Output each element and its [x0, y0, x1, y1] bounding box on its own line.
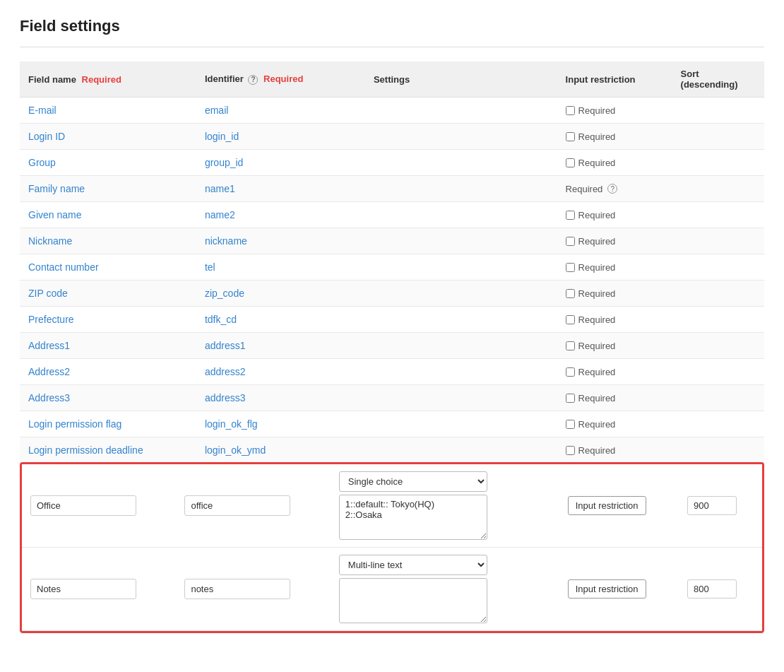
field-name-cell: E-mail	[20, 98, 196, 124]
sort-input[interactable]	[687, 496, 737, 515]
required-checkbox-label[interactable]: Required	[566, 236, 664, 247]
custom-field-name-cell	[22, 548, 176, 631]
settings-cell	[365, 202, 557, 228]
custom-spacer-cell	[538, 548, 559, 631]
required-text: Required	[578, 445, 616, 456]
field-name-cell: Group	[20, 150, 196, 176]
required-checkbox[interactable]	[566, 394, 575, 403]
settings-cell	[365, 411, 557, 437]
identifier-cell: email	[196, 98, 365, 124]
custom-identifier-cell	[176, 464, 330, 548]
field-name-input[interactable]	[30, 495, 136, 516]
table-row: Given namename2Required	[20, 202, 764, 228]
settings-cell	[365, 385, 557, 411]
identifier-cell: login_ok_flg	[196, 411, 365, 437]
required-checkbox[interactable]	[566, 420, 575, 429]
required-checkbox[interactable]	[566, 289, 575, 298]
table-header-row: Field name Required Identifier ? Require…	[20, 61, 764, 98]
required-checkbox-label[interactable]: Required	[566, 419, 664, 430]
sort-cell	[672, 202, 764, 228]
required-checkbox-label[interactable]: Required	[566, 131, 664, 142]
sort-input[interactable]	[687, 579, 737, 599]
field-name-cell: Family name	[20, 176, 196, 202]
field-name-cell: Prefecture	[20, 307, 196, 333]
required-checkbox-label[interactable]: Required	[566, 105, 664, 116]
required-text: Required	[578, 393, 616, 403]
required-checkbox-label[interactable]: Required	[566, 367, 664, 377]
notes-row: Single choiceMulti-line textInput restri…	[22, 548, 762, 631]
identifier-input[interactable]	[184, 579, 290, 599]
required-checkbox-label[interactable]: Required	[566, 314, 664, 325]
table-row: Login IDlogin_idRequired	[20, 124, 764, 150]
header-sort: Sort (descending)	[672, 61, 764, 98]
table-row: Address2address2Required	[20, 359, 764, 385]
custom-field-name-cell	[22, 464, 176, 548]
identifier-cell: name2	[196, 202, 365, 228]
required-checkbox-label[interactable]: Required	[566, 393, 664, 403]
sort-cell	[672, 333, 764, 359]
required-checkbox-label[interactable]: Required	[566, 445, 664, 456]
required-checkbox[interactable]	[566, 341, 575, 350]
sort-cell	[672, 359, 764, 385]
field-name-cell: Address2	[20, 359, 196, 385]
table-row: Address1address1Required	[20, 333, 764, 359]
field-name-cell: Address3	[20, 385, 196, 411]
required-checkbox-label[interactable]: Required	[566, 288, 664, 299]
field-name-cell: Address1	[20, 333, 196, 359]
identifier-cell: address2	[196, 359, 365, 385]
custom-sort-cell	[679, 548, 762, 631]
required-fixed-label: Required ?	[566, 184, 664, 194]
field-settings-table: Field name Required Identifier ? Require…	[20, 61, 764, 464]
identifier-cell: tdfk_cd	[196, 307, 365, 333]
settings-type-select[interactable]: Single choiceMulti-line text	[339, 471, 487, 492]
table-row: Address3address3Required	[20, 385, 764, 411]
settings-cell	[365, 228, 557, 254]
settings-cell	[365, 281, 557, 307]
required-checkbox[interactable]	[566, 315, 575, 324]
field-name-input[interactable]	[30, 579, 136, 599]
table-row: E-mailemailRequired	[20, 98, 764, 124]
table-row: Family namename1Required ?	[20, 176, 764, 202]
identifier-cell: name1	[196, 176, 365, 202]
required-text: Required	[578, 419, 616, 430]
required-text: Required	[578, 314, 616, 325]
custom-fields-table: Single choiceMulti-line textInput restri…	[22, 464, 762, 631]
table-row: Contact numbertelRequired	[20, 254, 764, 281]
identifier-cell: login_id	[196, 124, 365, 150]
required-text: Required	[578, 367, 616, 377]
required-checkbox-label[interactable]: Required	[566, 158, 664, 168]
sort-cell	[672, 176, 764, 202]
office-row: Single choiceMulti-line textInput restri…	[22, 464, 762, 548]
page-title: Field settings	[20, 17, 764, 35]
input-restriction-button[interactable]: Input restriction	[568, 579, 646, 599]
required-checkbox[interactable]	[566, 132, 575, 141]
custom-fields-section: Single choiceMulti-line textInput restri…	[20, 462, 764, 633]
header-input-restriction: Input restriction	[557, 61, 672, 98]
identifier-input[interactable]	[184, 495, 290, 516]
sort-cell	[672, 307, 764, 333]
settings-textarea[interactable]	[339, 495, 487, 540]
identifier-cell: group_id	[196, 150, 365, 176]
required-checkbox[interactable]	[566, 211, 575, 220]
field-name-cell: Login ID	[20, 124, 196, 150]
settings-textarea[interactable]	[339, 578, 487, 623]
settings-cell	[365, 176, 557, 202]
sort-cell	[672, 385, 764, 411]
required-checkbox[interactable]	[566, 446, 575, 455]
required-text: Required	[578, 210, 616, 220]
header-field-name: Field name Required	[20, 61, 196, 98]
required-checkbox[interactable]	[566, 237, 575, 246]
required-checkbox-label[interactable]: Required	[566, 262, 664, 273]
required-checkbox[interactable]	[566, 106, 575, 115]
required-text: Required	[578, 262, 616, 273]
required-text: Required	[578, 158, 616, 168]
input-restriction-button[interactable]: Input restriction	[568, 496, 646, 515]
required-checkbox-label[interactable]: Required	[566, 341, 664, 351]
required-checkbox[interactable]	[566, 263, 575, 272]
settings-type-select[interactable]: Single choiceMulti-line text	[339, 555, 487, 575]
required-text: Required	[578, 105, 616, 116]
required-checkbox[interactable]	[566, 158, 575, 167]
required-checkbox-label[interactable]: Required	[566, 210, 664, 220]
header-identifier-required: Required	[263, 73, 303, 84]
required-checkbox[interactable]	[566, 367, 575, 377]
